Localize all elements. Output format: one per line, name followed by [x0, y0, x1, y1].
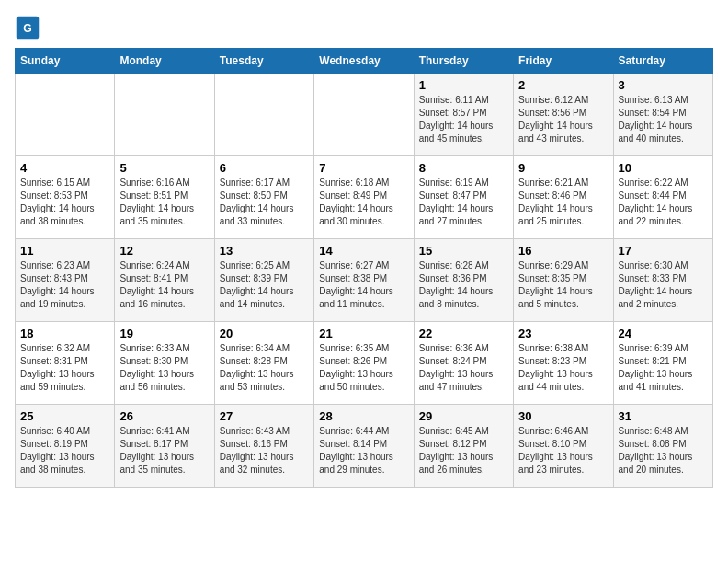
day-cell: 27Sunrise: 6:43 AMSunset: 8:16 PMDayligh…: [214, 405, 313, 488]
day-cell: 1Sunrise: 6:11 AMSunset: 8:57 PMDaylight…: [414, 74, 513, 156]
day-cell: 7Sunrise: 6:18 AMSunset: 8:49 PMDaylight…: [314, 156, 414, 239]
day-cell: 6Sunrise: 6:17 AMSunset: 8:50 PMDaylight…: [214, 156, 313, 239]
day-number: 22: [419, 327, 508, 340]
day-info: Sunrise: 6:15 AMSunset: 8:53 PMDaylight:…: [20, 177, 109, 228]
day-number: 26: [119, 409, 209, 423]
day-number: 5: [119, 161, 209, 175]
day-info: Sunrise: 6:13 AMSunset: 8:54 PMDaylight:…: [619, 94, 708, 145]
weekday-header-thursday: Thursday: [414, 49, 513, 74]
day-info: Sunrise: 6:17 AMSunset: 8:50 PMDaylight:…: [220, 177, 309, 228]
day-number: 11: [20, 244, 109, 258]
weekday-header-sunday: Sunday: [16, 49, 115, 74]
day-cell: 28Sunrise: 6:44 AMSunset: 8:14 PMDayligh…: [314, 405, 414, 488]
day-number: 8: [419, 161, 508, 175]
day-number: 24: [619, 327, 708, 340]
day-cell: 29Sunrise: 6:45 AMSunset: 8:12 PMDayligh…: [414, 405, 513, 488]
day-number: 12: [119, 244, 209, 258]
day-number: 19: [119, 327, 209, 340]
day-cell: 26Sunrise: 6:41 AMSunset: 8:17 PMDayligh…: [115, 405, 214, 488]
day-info: Sunrise: 6:46 AMSunset: 8:10 PMDaylight:…: [518, 425, 608, 477]
day-info: Sunrise: 6:41 AMSunset: 8:17 PMDaylight:…: [119, 425, 209, 477]
day-cell: [16, 74, 115, 156]
weekday-header-friday: Friday: [514, 49, 613, 74]
day-info: Sunrise: 6:35 AMSunset: 8:26 PMDaylight:…: [319, 342, 408, 394]
day-number: 28: [319, 409, 408, 423]
day-cell: 18Sunrise: 6:32 AMSunset: 8:31 PMDayligh…: [16, 322, 115, 405]
weekday-row: SundayMondayTuesdayWednesdayThursdayFrid…: [16, 49, 713, 74]
day-info: Sunrise: 6:27 AMSunset: 8:38 PMDaylight:…: [319, 259, 408, 311]
week-row-4: 18Sunrise: 6:32 AMSunset: 8:31 PMDayligh…: [16, 322, 713, 405]
day-number: 2: [518, 78, 608, 92]
day-cell: 13Sunrise: 6:25 AMSunset: 8:39 PMDayligh…: [214, 239, 313, 322]
day-number: 31: [619, 409, 708, 423]
day-number: 18: [20, 327, 109, 340]
day-cell: 14Sunrise: 6:27 AMSunset: 8:38 PMDayligh…: [314, 239, 414, 322]
day-cell: 15Sunrise: 6:28 AMSunset: 8:36 PMDayligh…: [414, 239, 513, 322]
day-cell: 3Sunrise: 6:13 AMSunset: 8:54 PMDaylight…: [613, 74, 712, 156]
day-cell: 20Sunrise: 6:34 AMSunset: 8:28 PMDayligh…: [214, 322, 313, 405]
logo: G: [15, 15, 44, 40]
day-info: Sunrise: 6:23 AMSunset: 8:43 PMDaylight:…: [20, 259, 109, 311]
day-number: 10: [619, 161, 708, 175]
day-info: Sunrise: 6:39 AMSunset: 8:21 PMDaylight:…: [619, 342, 708, 394]
day-number: 9: [518, 161, 608, 175]
day-info: Sunrise: 6:48 AMSunset: 8:08 PMDaylight:…: [619, 425, 708, 477]
day-info: Sunrise: 6:18 AMSunset: 8:49 PMDaylight:…: [319, 177, 408, 228]
day-cell: 22Sunrise: 6:36 AMSunset: 8:24 PMDayligh…: [414, 322, 513, 405]
weekday-header-saturday: Saturday: [613, 49, 712, 74]
day-cell: 10Sunrise: 6:22 AMSunset: 8:44 PMDayligh…: [613, 156, 712, 239]
day-info: Sunrise: 6:32 AMSunset: 8:31 PMDaylight:…: [20, 342, 109, 394]
day-number: 1: [419, 78, 508, 92]
day-info: Sunrise: 6:34 AMSunset: 8:28 PMDaylight:…: [220, 342, 309, 394]
day-number: 6: [220, 161, 309, 175]
day-cell: 17Sunrise: 6:30 AMSunset: 8:33 PMDayligh…: [613, 239, 712, 322]
day-info: Sunrise: 6:36 AMSunset: 8:24 PMDaylight:…: [419, 342, 508, 394]
day-info: Sunrise: 6:19 AMSunset: 8:47 PMDaylight:…: [419, 177, 508, 228]
day-info: Sunrise: 6:30 AMSunset: 8:33 PMDaylight:…: [619, 259, 708, 311]
day-number: 21: [319, 327, 408, 340]
day-info: Sunrise: 6:24 AMSunset: 8:41 PMDaylight:…: [119, 259, 209, 311]
day-number: 4: [20, 161, 109, 175]
day-cell: 5Sunrise: 6:16 AMSunset: 8:51 PMDaylight…: [115, 156, 214, 239]
day-info: Sunrise: 6:16 AMSunset: 8:51 PMDaylight:…: [119, 177, 209, 228]
day-info: Sunrise: 6:45 AMSunset: 8:12 PMDaylight:…: [419, 425, 508, 477]
day-cell: 30Sunrise: 6:46 AMSunset: 8:10 PMDayligh…: [514, 405, 613, 488]
day-cell: 11Sunrise: 6:23 AMSunset: 8:43 PMDayligh…: [16, 239, 115, 322]
day-number: 23: [518, 327, 608, 340]
day-number: 16: [518, 244, 608, 258]
week-row-3: 11Sunrise: 6:23 AMSunset: 8:43 PMDayligh…: [16, 239, 713, 322]
day-info: Sunrise: 6:40 AMSunset: 8:19 PMDaylight:…: [20, 425, 109, 477]
logo-icon: G: [15, 15, 40, 40]
day-cell: 8Sunrise: 6:19 AMSunset: 8:47 PMDaylight…: [414, 156, 513, 239]
day-cell: [214, 74, 313, 156]
day-number: 17: [619, 244, 708, 258]
day-number: 14: [319, 244, 408, 258]
day-cell: 25Sunrise: 6:40 AMSunset: 8:19 PMDayligh…: [16, 405, 115, 488]
weekday-header-tuesday: Tuesday: [214, 49, 313, 74]
weekday-header-wednesday: Wednesday: [314, 49, 414, 74]
day-cell: 23Sunrise: 6:38 AMSunset: 8:23 PMDayligh…: [514, 322, 613, 405]
day-cell: 24Sunrise: 6:39 AMSunset: 8:21 PMDayligh…: [613, 322, 712, 405]
calendar-body: 1Sunrise: 6:11 AMSunset: 8:57 PMDaylight…: [16, 74, 713, 488]
day-number: 15: [419, 244, 508, 258]
day-cell: 4Sunrise: 6:15 AMSunset: 8:53 PMDaylight…: [16, 156, 115, 239]
day-cell: [314, 74, 414, 156]
weekday-header-monday: Monday: [115, 49, 214, 74]
day-info: Sunrise: 6:38 AMSunset: 8:23 PMDaylight:…: [518, 342, 608, 394]
day-cell: 12Sunrise: 6:24 AMSunset: 8:41 PMDayligh…: [115, 239, 214, 322]
day-cell: 16Sunrise: 6:29 AMSunset: 8:35 PMDayligh…: [514, 239, 613, 322]
day-info: Sunrise: 6:44 AMSunset: 8:14 PMDaylight:…: [319, 425, 408, 477]
day-info: Sunrise: 6:11 AMSunset: 8:57 PMDaylight:…: [419, 94, 508, 145]
day-cell: 21Sunrise: 6:35 AMSunset: 8:26 PMDayligh…: [314, 322, 414, 405]
day-number: 27: [220, 409, 309, 423]
week-row-1: 1Sunrise: 6:11 AMSunset: 8:57 PMDaylight…: [16, 74, 713, 156]
day-info: Sunrise: 6:28 AMSunset: 8:36 PMDaylight:…: [419, 259, 508, 311]
day-cell: 2Sunrise: 6:12 AMSunset: 8:56 PMDaylight…: [514, 74, 613, 156]
day-number: 30: [518, 409, 608, 423]
header: G: [15, 15, 713, 40]
day-number: 7: [319, 161, 408, 175]
day-cell: 19Sunrise: 6:33 AMSunset: 8:30 PMDayligh…: [115, 322, 214, 405]
day-number: 20: [220, 327, 309, 340]
day-info: Sunrise: 6:33 AMSunset: 8:30 PMDaylight:…: [119, 342, 209, 394]
day-number: 3: [619, 78, 708, 92]
